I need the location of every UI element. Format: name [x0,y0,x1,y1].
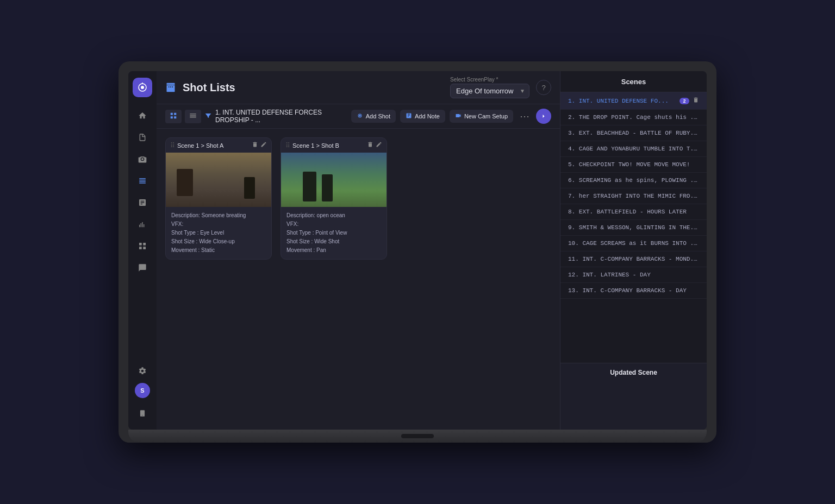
new-cam-setup-button[interactable]: New Cam Setup [450,110,513,123]
drag-handle-b[interactable]: ⠿ [285,142,290,149]
shot-b-movement: Movement : Pan [286,246,381,255]
scene-item-text-8: 8. EXT. BATTLEFIELD - HOURS LATER [568,209,699,215]
shot-a-shot-type: Shot Type : Eye Level [171,229,266,237]
shot-a-title: Scene 1 > Shot A [177,142,250,149]
app-header: Shot Lists Select ScreenPlay * Edge Of t… [157,71,560,104]
shot-card-a-header: ⠿ Scene 1 > Shot A [166,138,271,153]
toolbar: 1. INT. UNITED DEFENSE FORCES DROPSHIP -… [157,104,560,129]
sidebar-item-shotlist[interactable] [133,171,152,191]
shots-area: ⠿ Scene 1 > Shot A [157,129,560,430]
shot-a-movement: Movement : Static [171,246,266,255]
add-shot-button[interactable]: Add Shot [351,110,396,123]
screenplay-select[interactable]: Edge Of tomorrow [450,84,529,98]
shot-b-scene-art [281,153,387,207]
sidebar-item-grid[interactable] [133,236,152,256]
scene-delete-btn-1[interactable] [693,97,699,105]
updated-scene-panel: Updated Scene [560,363,707,430]
scene-item-text-10: 10. CAGE SCREAMS as it BURNS INTO ... [568,240,699,247]
shot-card-b: ⠿ Scene 1 > Shot B [281,137,387,260]
shot-b-shot-size: Shot Size : Wide Shot [286,237,381,246]
add-note-icon [406,112,412,120]
scene-item-text-5: 5. CHECKPOINT TWO! MOVE MOVE MOVE! [568,161,699,168]
scene-item-text-7: 7. her STRAIGHT INTO THE MIMIC FRO... [568,193,699,199]
scene-item-text-13: 13. INT. C-COMPANY BARRACKS - DAY [568,287,699,294]
laptop-frame: S Shot Lists Select ScreenPlay * [119,61,716,443]
scenes-panel: Scenes 1. INT. UNITED DEFENSE FO...22. T… [560,71,707,430]
scene-list-item-2[interactable]: 2. THE DROP POINT. Cage shuts his ... [560,110,707,125]
shot-b-shot-type: Shot Type : Point of View [286,229,381,237]
scene-list-item-1[interactable]: 1. INT. UNITED DEFENSE FO...2 [560,92,707,110]
scene-list-item-4[interactable]: 4. CAGE AND YONABURU TUMBLE INTO T... [560,141,707,157]
scene-item-text-12: 12. INT. LATRINES - DAY [568,272,699,278]
scene-item-text-1: 1. INT. UNITED DEFENSE FO... [568,98,676,104]
scene-list-item-7[interactable]: 7. her STRAIGHT INTO THE MIMIC FRO... [560,188,707,204]
shot-a-description: Description: Someone breating [171,211,266,220]
scene-item-text-4: 4. CAGE AND YONABURU TUMBLE INTO T... [568,146,699,152]
scenes-panel-title: Scenes [621,78,646,86]
user-avatar[interactable]: S [135,383,150,398]
list-view-button[interactable] [185,110,201,123]
laptop-base [128,430,707,443]
sidebar-item-home[interactable] [133,106,152,125]
scene-list-item-12[interactable]: 12. INT. LATRINES - DAY [560,267,707,283]
sidebar-settings[interactable] [133,361,152,381]
grid-view-button[interactable] [165,110,182,123]
scene-list-item-10[interactable]: 10. CAGE SCREAMS as it BURNS INTO ... [560,236,707,251]
sidebar-item-script[interactable] [133,128,152,147]
scene-list-item-6[interactable]: 6. SCREAMING as he spins, PLOWING ... [560,173,707,188]
current-scene-title: 1. INT. UNITED DEFENSE FORCES DROPSHIP -… [215,109,347,124]
shot-a-delete-button[interactable] [252,141,258,149]
updated-scene-title: Updated Scene [568,369,699,376]
shot-a-image [166,153,271,207]
add-shot-icon [357,112,363,120]
sidebar-item-notes[interactable] [133,193,152,212]
app-container: S Shot Lists Select ScreenPlay * [128,71,707,430]
shot-b-vfx: VFX: [286,220,381,229]
laptop-screen: S Shot Lists Select ScreenPlay * [128,71,707,430]
shot-b-image [281,153,387,207]
scene-list-item-11[interactable]: 11. INT. C-COMPANY BARRACKS - MOND... [560,251,707,267]
shot-b-title: Scene 1 > Shot B [292,142,365,149]
sidebar-item-messages[interactable] [133,258,152,278]
drag-handle-a[interactable]: ⠿ [170,142,175,149]
shot-a-shot-size: Shot Size : Wide Close-up [171,237,266,246]
laptop-notch [401,434,434,438]
scenes-list: 1. INT. UNITED DEFENSE FO...22. THE DROP… [560,92,707,363]
scene-list-item-9[interactable]: 9. SMITH & WESSON, GLINTING IN THE... [560,220,707,236]
sidebar-mobile[interactable] [133,404,152,423]
updated-scene-content [568,381,699,424]
shot-b-description: Description: open ocean [286,211,381,220]
shot-a-vfx: VFX: [171,220,266,229]
shot-a-actions [252,141,267,149]
shot-a-edit-button[interactable] [260,141,267,149]
help-button[interactable]: ? [536,80,551,95]
more-options-button[interactable]: ⋯ [518,110,532,122]
page-title: Shot Lists [183,81,235,94]
filter-icon [204,112,212,121]
shot-b-actions [367,141,382,149]
app-logo [133,78,152,97]
shot-card-b-header: ⠿ Scene 1 > Shot B [281,138,387,153]
sidebar: S [128,71,157,430]
scene-list-item-5[interactable]: 5. CHECKPOINT TWO! MOVE MOVE MOVE! [560,157,707,173]
shot-a-scene-art [166,153,271,207]
shot-a-details: Description: Someone breating VFX: Shot … [166,207,271,259]
shot-card-a: ⠿ Scene 1 > Shot A [165,137,272,260]
svg-point-1 [141,86,144,89]
shot-b-edit-button[interactable] [376,141,382,149]
scene-list-item-13[interactable]: 13. INT. C-COMPANY BARRACKS - DAY [560,283,707,299]
screenplay-select-label: Select ScreenPlay * [450,77,529,83]
scene-list-item-3[interactable]: 3. EXT. BEACHHEAD - BATTLE OF RUBY... [560,125,707,141]
scene-list-item-8[interactable]: 8. EXT. BATTLEFIELD - HOURS LATER [560,204,707,220]
scene-item-text-9: 9. SMITH & WESSON, GLINTING IN THE... [568,224,699,231]
sidebar-item-camera[interactable] [133,149,152,169]
sidebar-item-charts[interactable] [133,215,152,234]
camera-icon [455,112,462,120]
add-note-button[interactable]: Add Note [400,110,445,123]
scene-item-text-6: 6. SCREAMING as he spins, PLOWING ... [568,177,699,184]
shot-b-delete-button[interactable] [367,141,373,149]
expand-panel-button[interactable] [536,109,551,124]
shot-b-details: Description: open ocean VFX: Shot Type :… [281,207,387,259]
main-content: Shot Lists Select ScreenPlay * Edge Of t… [157,71,560,430]
clapper-icon [165,82,176,93]
